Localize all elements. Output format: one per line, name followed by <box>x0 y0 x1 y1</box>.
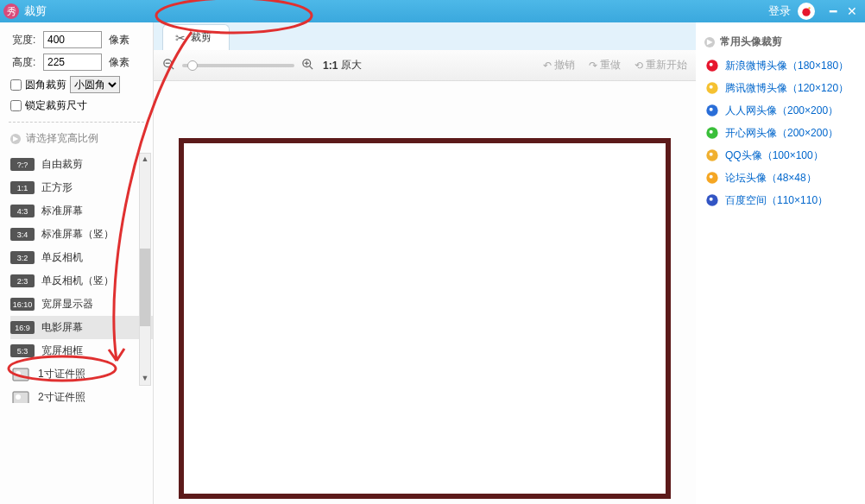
scrollbar-thumb[interactable] <box>140 249 150 326</box>
svg-line-7 <box>170 66 174 69</box>
preset-label: 人人网头像（200×200） <box>725 104 838 118</box>
ratio-label: 宽屏显示器 <box>41 297 93 312</box>
zoom-full-button[interactable]: 原大 <box>341 58 362 72</box>
app-title: 裁剪 <box>24 3 768 19</box>
preset-icon <box>704 58 720 73</box>
canvas-area[interactable] <box>154 81 696 504</box>
chevron-right-icon: ▶ <box>704 37 715 47</box>
ratio-label: 正方形 <box>41 180 73 195</box>
separator <box>9 122 144 123</box>
preset-item[interactable]: 新浪微博头像（180×180） <box>704 58 856 73</box>
photo-icon <box>10 390 31 404</box>
svg-point-5 <box>16 394 21 400</box>
ratio-item[interactable]: 16:10宽屏显示器 <box>10 293 153 316</box>
titlebar: 秀 裁剪 登录 ━ ✕ <box>0 0 865 22</box>
ratio-badge: 3:4 <box>10 228 35 241</box>
width-row: 宽度: 像素 <box>12 31 144 48</box>
scrollbar[interactable]: ▲ ▼ <box>139 153 151 386</box>
preset-label: 开心网头像（200×200） <box>725 126 838 141</box>
zoom-in-icon[interactable] <box>301 58 314 73</box>
ratio-item[interactable]: 3:2单反相机 <box>10 246 153 269</box>
width-input[interactable] <box>43 31 102 48</box>
preset-label: 腾讯微博头像（120×120） <box>725 81 849 96</box>
preset-title-text: 常用头像裁剪 <box>720 35 782 49</box>
ratio-item[interactable]: 3:4标准屏幕（竖） <box>10 223 153 246</box>
crop-rectangle[interactable] <box>179 138 671 499</box>
preset-icon <box>704 125 720 141</box>
lock-size-checkbox[interactable] <box>10 100 22 111</box>
undo-icon: ↶ <box>543 60 552 72</box>
toolbar: 1:1 原大 ↶撤销 ↷重做 ⟲重新开始 <box>154 50 696 81</box>
svg-point-14 <box>710 63 713 66</box>
undo-button[interactable]: ↶撤销 <box>543 58 575 72</box>
close-button[interactable]: ✕ <box>843 3 862 20</box>
preset-label: 论坛头像（48×48） <box>725 171 817 186</box>
ratio-badge: ?:? <box>10 158 35 171</box>
round-crop-select[interactable]: 小圆角 <box>70 76 120 93</box>
round-crop-row: 圆角裁剪 小圆角 <box>10 76 144 93</box>
svg-rect-4 <box>13 392 28 404</box>
weibo-icon[interactable] <box>798 3 815 20</box>
zoom-slider-thumb[interactable] <box>187 60 198 71</box>
svg-point-26 <box>710 198 713 201</box>
scroll-up-icon[interactable]: ▲ <box>140 154 150 165</box>
ratio-item[interactable]: 16:9电影屏幕 <box>10 316 153 339</box>
zoom-out-icon[interactable] <box>162 58 175 73</box>
round-crop-checkbox[interactable] <box>10 79 22 91</box>
ratio-label: 宽屏相框 <box>41 343 83 358</box>
preset-icon <box>704 170 720 186</box>
ratio-item[interactable]: 5:3宽屏相框 <box>10 339 153 362</box>
lock-size-row: 锁定裁剪尺寸 <box>10 98 144 113</box>
svg-point-22 <box>710 153 713 156</box>
zoom-slider[interactable] <box>182 64 294 67</box>
preset-item[interactable]: 论坛头像（48×48） <box>704 170 856 186</box>
ratio-item[interactable]: ?:?自由裁剪 <box>10 153 153 176</box>
svg-point-3 <box>16 371 21 376</box>
width-unit: 像素 <box>109 33 129 47</box>
scroll-down-icon[interactable]: ▼ <box>140 374 150 384</box>
preset-icon <box>704 103 720 118</box>
redo-button[interactable]: ↷重做 <box>589 58 621 72</box>
lock-size-label: 锁定裁剪尺寸 <box>25 98 87 113</box>
photo-icon <box>10 367 31 382</box>
preset-label: 百度空间（110×110） <box>725 193 828 208</box>
svg-point-16 <box>710 85 713 89</box>
preset-item[interactable]: 腾讯微博头像（120×120） <box>704 80 856 96</box>
preset-label: QQ头像（100×100） <box>725 148 824 163</box>
zoom-group: 1:1 原大 <box>162 58 362 73</box>
ratio-item[interactable]: 2寸证件照 <box>10 386 153 403</box>
ratio-badge: 16:10 <box>10 298 35 311</box>
svg-point-18 <box>710 108 713 111</box>
preset-label: 新浪微博头像（180×180） <box>725 59 849 73</box>
minimize-button[interactable]: ━ <box>824 3 843 20</box>
tab-crop[interactable]: ✂ 裁剪 <box>162 24 230 50</box>
tab-row: ✂ 裁剪 <box>154 22 696 50</box>
preset-icon <box>704 192 720 208</box>
svg-rect-2 <box>13 369 28 381</box>
zoom-1-1-button[interactable]: 1:1 <box>323 60 338 72</box>
ratio-item[interactable]: 2:3单反相机（竖） <box>10 269 153 293</box>
restart-button[interactable]: ⟲重新开始 <box>635 58 687 72</box>
ratio-label: 1寸证件照 <box>38 367 85 381</box>
ratio-label: 单反相机 <box>41 250 83 265</box>
ratio-item[interactable]: 4:3标准屏幕 <box>10 199 153 223</box>
preset-item[interactable]: 人人网头像（200×200） <box>704 103 856 118</box>
svg-point-20 <box>710 130 713 134</box>
center-panel: ✂ 裁剪 1:1 原大 ↶撤销 ↷重做 ⟲重新开始 <box>154 22 696 504</box>
ratio-list-wrap: ?:?自由裁剪1:1正方形4:3标准屏幕3:4标准屏幕（竖）3:2单反相机2:3… <box>10 153 153 403</box>
restart-icon: ⟲ <box>635 60 643 72</box>
svg-line-10 <box>309 66 313 69</box>
round-crop-label: 圆角裁剪 <box>25 78 66 92</box>
preset-icon <box>704 148 720 163</box>
height-row: 高度: 像素 <box>12 54 144 71</box>
ratio-item[interactable]: 1寸证件照 <box>10 362 153 386</box>
ratio-label: 电影屏幕 <box>41 320 83 335</box>
preset-item[interactable]: 百度空间（110×110） <box>704 192 856 208</box>
preset-item[interactable]: 开心网头像（200×200） <box>704 125 856 141</box>
ratio-list: ?:?自由裁剪1:1正方形4:3标准屏幕3:4标准屏幕（竖）3:2单反相机2:3… <box>10 153 153 403</box>
login-link[interactable]: 登录 <box>768 3 791 19</box>
height-input[interactable] <box>43 54 102 71</box>
ratio-badge: 5:3 <box>10 344 35 357</box>
ratio-item[interactable]: 1:1正方形 <box>10 176 153 199</box>
preset-item[interactable]: QQ头像（100×100） <box>704 148 856 163</box>
